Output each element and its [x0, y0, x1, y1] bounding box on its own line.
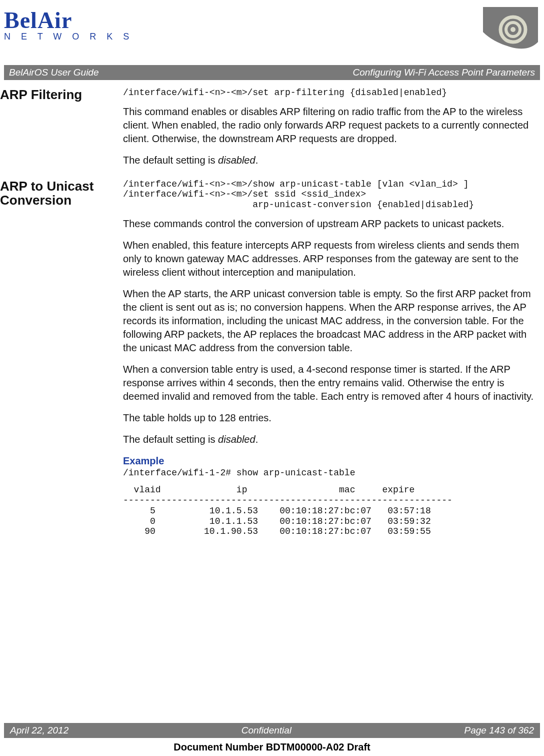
swirl-icon: [483, 7, 538, 52]
example-output-table: vlaid ip mac expire --------------------…: [123, 485, 538, 536]
content: ARP Filtering /interface/wifi-<n>-<m>/se…: [0, 88, 538, 539]
guide-title: BelAirOS User Guide: [9, 67, 99, 78]
svg-point-0: [510, 27, 516, 32]
section-heading-arp-filtering: ARP Filtering: [0, 88, 123, 175]
para: This command enables or disables ARP fil…: [123, 105, 538, 146]
header: BelAir N E T W O R K S: [0, 0, 544, 52]
footer-date: April 22, 2012: [10, 725, 68, 736]
footer-bar: April 22, 2012 Confidential Page 143 of …: [4, 723, 540, 738]
footer-page: Page 143 of 362: [464, 725, 534, 736]
section-heading-arp-unicast: ARP to Unicast Conversion: [0, 179, 123, 537]
logo: BelAir N E T W O R K S: [4, 7, 133, 42]
para: When a conversion table entry is used, a…: [123, 363, 538, 403]
para: The default setting is disabled.: [123, 433, 538, 446]
example-heading: Example: [123, 454, 538, 468]
footer-confidential: Confidential: [242, 725, 292, 736]
para: The default setting is disabled.: [123, 154, 538, 167]
para: When enabled, this feature intercepts AR…: [123, 239, 538, 279]
logo-brand: BelAir: [4, 7, 72, 34]
document-number: Document Number BDTM00000-A02 Draft: [0, 741, 544, 753]
example-command: /interface/wifi-1-2# show arp-unicast-ta…: [123, 468, 538, 478]
para: These commands control the conversion of…: [123, 217, 538, 231]
para: When the AP starts, the ARP unicast conv…: [123, 287, 538, 355]
command-arp-unicast: /interface/wifi-<n>-<m>/show arp-unicast…: [123, 179, 538, 210]
para: The table holds up to 128 entries.: [123, 411, 538, 425]
logo-sub: N E T W O R K S: [4, 32, 133, 42]
chapter-title: Configuring Wi-Fi Access Point Parameter…: [353, 67, 535, 78]
command-arp-filtering: /interface/wifi-<n>-<m>/set arp-filterin…: [123, 88, 538, 98]
title-bar: BelAirOS User Guide Configuring Wi-Fi Ac…: [4, 65, 540, 80]
